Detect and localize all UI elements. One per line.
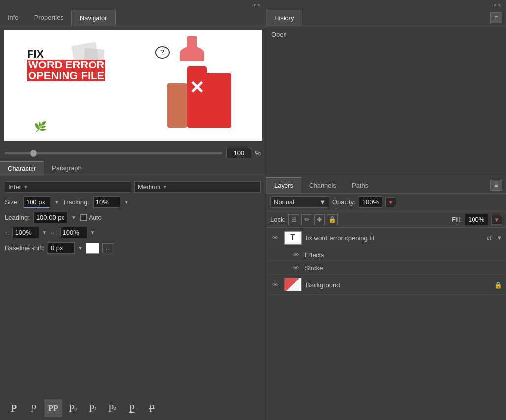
leading-label: Leading: [5,214,30,221]
auto-label[interactable]: Auto [80,214,102,221]
superscript-btn[interactable]: P2 [84,399,101,417]
tab-navigator[interactable]: Navigator [71,10,116,26]
tab-history[interactable]: History [266,10,302,26]
collapse-right-btn[interactable]: > < [493,2,501,8]
size-input[interactable]: 100 px [23,196,50,208]
typo-bar: P P PP Pp P2 P2 P P [0,396,266,420]
horiz-scale-input[interactable]: 100% [60,227,87,238]
baseline-row: Baseline shift: 0 px ▼ ... [5,242,261,254]
thumb-text-line2: WORD ERROR [27,60,105,70]
sublayer-stroke-name: Stroke [305,264,502,272]
history-menu-btn[interactable]: ≡ [490,12,502,23]
opacity-input[interactable]: 100% [359,196,382,208]
layers-menu-btn[interactable]: ≡ [490,180,502,191]
faux-bold-btn[interactable]: P [5,399,23,417]
history-item-open[interactable]: Open [271,31,501,38]
blend-mode-arrow: ▼ [319,198,326,206]
lock-all-btn[interactable]: 🔒 [327,214,338,225]
zoom-slider[interactable] [5,152,222,154]
tab-channels[interactable]: Channels [301,178,344,193]
layers-controls: Normal ▼ Opacity: 100% ▼ [266,194,506,211]
zoom-bar: 100 % [0,145,266,161]
font-family-dropdown[interactable]: Inter ▼ [5,181,131,193]
font-weight-arrow: ▼ [162,184,167,190]
scale-row: ↕: 100% ▼ ↔: 100% ▼ [5,227,261,238]
char-panel: Inter ▼ Medium ▼ Size: 100 px ▼ Tracking… [0,176,266,396]
sublayer-effects[interactable]: Effects [266,248,506,261]
left-tab-bar: Info Properties Navigator [0,10,266,26]
tab-paths[interactable]: Paths [344,178,376,193]
lock-pixels-btn[interactable]: ⊞ [288,214,299,225]
tab-properties[interactable]: Properties [27,10,71,26]
layer-text-visibility[interactable] [270,234,280,242]
main-layout: Info Properties Navigator FIX WORD ERROR… [0,10,506,420]
navigator-preview: FIX WORD ERROR OPENING FILE ? ✕ 🌿 [4,30,262,141]
subscript-btn[interactable]: P2 [103,399,121,417]
underline-btn[interactable]: P [123,399,141,417]
faux-italic-btn[interactable]: P [25,399,42,417]
layer-bg-name: Background [306,281,490,289]
opacity-label: Opacity: [332,198,356,206]
tab-paragraph[interactable]: Paragraph [44,161,90,176]
baseline-label: Baseline shift: [5,244,45,252]
size-label: Size: [5,198,19,206]
zoom-percent-label: % [255,149,261,157]
size-row: Size: 100 px ▼ Tracking: 10% ▼ [5,196,261,208]
vert-scale-arrow[interactable]: ▼ [42,230,47,235]
collapse-left-btn[interactable]: > < [253,2,261,8]
font-row: Inter ▼ Medium ▼ [5,181,261,193]
zoom-thumb[interactable] [30,150,37,157]
top-bar: > < > < [0,0,506,10]
opacity-arrow[interactable]: ▼ [385,197,396,207]
leading-input[interactable]: 100.00 px [33,212,67,223]
tracking-arrow[interactable]: ▼ [124,199,129,205]
thumb-text-line3: OPENING FILE [27,70,105,81]
all-caps-btn[interactable]: PP [44,399,62,417]
history-section: History ≡ Open [266,10,506,177]
sublayer-effects-visibility[interactable] [291,251,301,258]
tab-character[interactable]: Character [0,161,44,176]
vert-scale-input[interactable]: 100% [12,227,39,238]
sublayer-stroke-visibility[interactable] [291,264,301,272]
blend-mode-dropdown[interactable]: Normal ▼ [270,196,329,208]
lock-fill-row: Lock: ⊞ ✏ ✥ 🔒 Fill: 100% ▼ [266,211,506,228]
color-swatch[interactable] [86,243,99,254]
layer-text[interactable]: T fix word error opening fil eff ▼ [266,228,506,248]
tab-info[interactable]: Info [0,10,27,26]
size-arrow[interactable]: ▼ [54,199,59,205]
layer-bg-visibility[interactable] [270,281,280,289]
fill-label: Fill: [452,216,462,223]
font-weight-dropdown[interactable]: Medium ▼ [134,181,261,193]
sublayer-stroke[interactable]: Stroke [266,261,506,275]
baseline-input[interactable]: 0 px [48,242,75,254]
horiz-scale-arrow[interactable]: ▼ [90,230,95,235]
auto-checkbox[interactable] [80,214,87,221]
eye-icon-stroke [293,264,299,272]
tab-layers[interactable]: Layers [266,177,301,193]
thumb-folder: ✕ [187,73,231,128]
char-tab-bar: Character Paragraph [0,161,266,176]
lock-draw-btn[interactable]: ✏ [301,214,312,225]
tracking-input[interactable]: 10% [93,196,120,208]
zoom-value[interactable]: 100 [226,148,251,158]
thumb-leaf: 🌿 [34,121,47,132]
more-options-btn[interactable]: ... [102,243,114,253]
eye-icon-effects [293,251,299,258]
layer-background[interactable]: Background 🔒 [266,275,506,295]
bg-thumb-image [285,278,301,291]
thumb-x: ✕ [190,77,204,98]
lock-move-btn[interactable]: ✥ [314,214,325,225]
layer-bg-lock: 🔒 [494,281,502,289]
strikethrough-btn[interactable]: P [143,399,160,417]
fill-input[interactable]: 100% [465,214,488,225]
fill-arrow[interactable]: ▼ [491,215,502,225]
small-caps-btn[interactable]: Pp [64,399,82,417]
layer-eff-label[interactable]: eff [487,235,493,241]
leading-row: Leading: 100.00 px ▼ Auto [5,212,261,223]
baseline-arrow[interactable]: ▼ [78,245,83,251]
layer-eff-arrow[interactable]: ▼ [497,235,502,241]
layer-text-name: fix word error opening fil [306,234,483,242]
eye-icon-text [272,234,279,242]
right-panel: History ≡ Open Layers Channels Paths ≡ N… [266,10,506,420]
leading-arrow[interactable]: ▼ [71,215,76,220]
